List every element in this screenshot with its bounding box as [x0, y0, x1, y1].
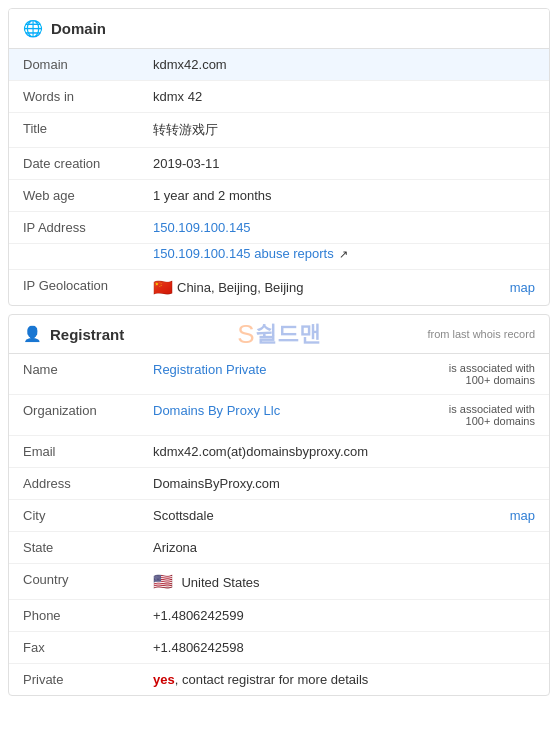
row-value: 2019-03-11 [139, 148, 549, 180]
country-flag: 🇺🇸 [153, 573, 177, 590]
row-value-wrapper: Registration Privateis associated with 1… [153, 362, 535, 386]
row-label: Web age [9, 180, 139, 212]
registrant-header: 👤 Registrant S 쉴드맨 from last whois recor… [9, 315, 549, 354]
row-label: Email [9, 436, 139, 468]
table-row: IP Address150.109.100.145 [9, 212, 549, 244]
row-value: Registration Privateis associated with 1… [139, 354, 549, 395]
country-name: United States [181, 575, 259, 590]
row-value: 🇨🇳China, Beijing, Beijingmap [139, 270, 549, 306]
row-label: Country [9, 564, 139, 600]
row-value: +1.4806242599 [139, 600, 549, 632]
table-row: Fax+1.4806242598 [9, 632, 549, 664]
row-label: Fax [9, 632, 139, 664]
table-row: AddressDomainsByProxy.com [9, 468, 549, 500]
geo-cell: 🇨🇳China, Beijing, Beijingmap [153, 278, 535, 297]
city-row: Scottsdalemap [153, 508, 535, 523]
external-link-icon: ↗ [336, 248, 348, 260]
table-row: Title转转游戏厅 [9, 113, 549, 148]
row-label: Date creation [9, 148, 139, 180]
private-rest-label: , contact registrar for more details [175, 672, 369, 687]
table-row: OrganizationDomains By Proxy Llcis assoc… [9, 395, 549, 436]
row-value: 🇺🇸 United States [139, 564, 549, 600]
row-label: City [9, 500, 139, 532]
row-label: Address [9, 468, 139, 500]
row-value: Arizona [139, 532, 549, 564]
association-note: is associated with 100+ domains [449, 362, 535, 386]
table-row: 150.109.100.145 abuse reports ↗ [9, 244, 549, 270]
table-row: Phone+1.4806242599 [9, 600, 549, 632]
row-value-wrapper: Domains By Proxy Llcis associated with 1… [153, 403, 535, 427]
row-label: IP Geolocation [9, 270, 139, 306]
registrant-table: NameRegistration Privateis associated wi… [9, 354, 549, 695]
watermark: S 쉴드맨 [237, 319, 320, 350]
map-link[interactable]: map [510, 280, 535, 295]
row-value: kdmx42.com [139, 49, 549, 81]
domain-title: Domain [51, 20, 106, 37]
domain-section: 🌐 Domain Domainkdmx42.comWords inkdmx 42… [8, 8, 550, 306]
geo-left: 🇨🇳China, Beijing, Beijing [153, 278, 303, 297]
row-value: 150.109.100.145 [139, 212, 549, 244]
row-label: Private [9, 664, 139, 696]
from-record-label: from last whois record [427, 328, 535, 340]
private-yes-label: yes [153, 672, 175, 687]
table-row: Date creation2019-03-11 [9, 148, 549, 180]
table-row: StateArizona [9, 532, 549, 564]
row-value: 150.109.100.145 abuse reports ↗ [139, 244, 549, 270]
row-value: Domains By Proxy Llcis associated with 1… [139, 395, 549, 436]
registrant-link[interactable]: Domains By Proxy Llc [153, 403, 280, 418]
row-value: kdmx 42 [139, 81, 549, 113]
registrant-section: 👤 Registrant S 쉴드맨 from last whois recor… [8, 314, 550, 696]
table-row: Country🇺🇸 United States [9, 564, 549, 600]
geo-location: China, Beijing, Beijing [177, 280, 303, 295]
row-label: Name [9, 354, 139, 395]
row-label: Phone [9, 600, 139, 632]
row-value: DomainsByProxy.com [139, 468, 549, 500]
abuse-report-link[interactable]: 150.109.100.145 abuse reports [153, 246, 334, 261]
row-label: Words in [9, 81, 139, 113]
table-row: Words inkdmx 42 [9, 81, 549, 113]
table-row: Privateyes, contact registrar for more d… [9, 664, 549, 696]
row-value: 1 year and 2 months [139, 180, 549, 212]
registrant-label: Registrant [50, 326, 124, 343]
table-row: Emailkdmx42.com(at)domainsbyproxy.com [9, 436, 549, 468]
row-label: State [9, 532, 139, 564]
table-row: CityScottsdalemap [9, 500, 549, 532]
row-value: yes, contact registrar for more details [139, 664, 549, 696]
domain-table: Domainkdmx42.comWords inkdmx 42Title转转游戏… [9, 49, 549, 305]
registrant-link[interactable]: Registration Private [153, 362, 266, 377]
domain-header: 🌐 Domain [9, 9, 549, 49]
row-value: Scottsdalemap [139, 500, 549, 532]
watermark-text: 쉴드맨 [255, 319, 321, 349]
table-row: IP Geolocation🇨🇳China, Beijing, Beijingm… [9, 270, 549, 306]
ip-address-link[interactable]: 150.109.100.145 [153, 220, 251, 235]
association-note: is associated with 100+ domains [449, 403, 535, 427]
registrant-icon: 👤 [23, 325, 42, 343]
watermark-s: S [237, 319, 254, 350]
row-label: Organization [9, 395, 139, 436]
domain-icon: 🌐 [23, 19, 43, 38]
row-value: kdmx42.com(at)domainsbyproxy.com [139, 436, 549, 468]
country-flag: 🇨🇳 [153, 278, 173, 297]
row-value: +1.4806242598 [139, 632, 549, 664]
row-label: Title [9, 113, 139, 148]
row-label [9, 244, 139, 270]
row-label: IP Address [9, 212, 139, 244]
row-value: 转转游戏厅 [139, 113, 549, 148]
table-row: Domainkdmx42.com [9, 49, 549, 81]
table-row: Web age1 year and 2 months [9, 180, 549, 212]
city-map-link[interactable]: map [510, 508, 535, 523]
registrant-title: 👤 Registrant [23, 325, 124, 343]
city-value: Scottsdale [153, 508, 214, 523]
row-label: Domain [9, 49, 139, 81]
table-row: NameRegistration Privateis associated wi… [9, 354, 549, 395]
